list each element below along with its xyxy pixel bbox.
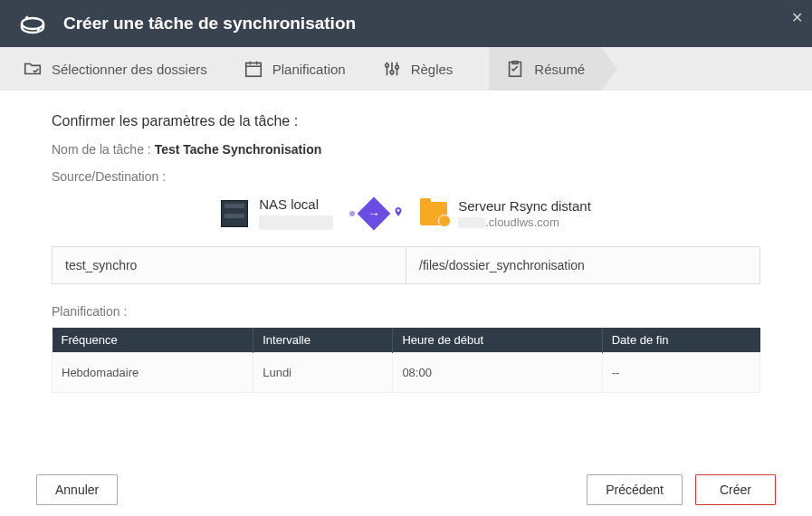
nas-local-title: NAS local [259,196,333,212]
host-suffix: .cloudlws.com [485,215,559,229]
cell-interval: Lundi [253,353,393,393]
svg-point-4 [395,65,398,69]
sync-icon [18,9,47,38]
direction-arrow: → [349,202,404,225]
table-row: Hebdomadaire Lundi 08:00 -- [53,353,760,393]
host-prefix-redacted [458,217,485,228]
step-rules[interactable]: Règles [382,59,454,79]
calendar-icon [244,59,263,79]
page-title: Créer une tâche de synchronisation [63,14,356,33]
footer: Annuler Précédent Créer [0,474,812,505]
sliders-icon [382,59,402,79]
step-summary[interactable]: Résumé [489,47,601,91]
step-label: Planification [272,62,346,77]
step-label: Règles [411,62,454,77]
pin-icon [393,205,404,222]
confirm-heading: Confirmer les paramètres de la tâche : [52,113,760,129]
task-name-value: Test Tache Synchronisation [155,142,322,157]
col-end: Date de fin [602,328,759,353]
wizard-steps: Sélectionner des dossiers Planification … [0,47,812,91]
create-button[interactable]: Créer [695,474,776,505]
summary-content: Confirmer les paramètres de la tâche : N… [0,91,812,416]
rsync-host: .cloudlws.com [458,215,591,229]
cell-start: 08:00 [393,353,602,393]
step-label: Résumé [534,62,585,77]
folder-icon [23,59,43,79]
clipboard-check-icon [505,59,525,79]
step-select-folders[interactable]: Sélectionner des dossiers [23,59,207,79]
cancel-button[interactable]: Annuler [36,474,118,505]
dest-path-cell: /files/dossier_synchronisation [406,247,759,283]
source-dest-label: Source/Destination : [52,169,760,184]
source-dest-row: NAS local → Serveur Rsync distant .cloud… [52,196,760,230]
titlebar: Créer une tâche de synchronisation ✕ [0,0,812,47]
svg-point-2 [385,64,388,68]
table-header-row: Fréquence Intervalle Heure de début Date… [53,328,760,353]
dot-icon [349,211,355,216]
step-planification[interactable]: Planification [244,59,346,79]
cell-frequency: Hebdomadaire [53,353,253,393]
task-name-label: Nom de la tâche : [52,142,151,157]
step-label: Sélectionner des dossiers [52,62,207,77]
nas-name-redacted [259,215,333,230]
svg-point-0 [22,18,43,29]
rsync-folder-icon [420,202,447,225]
svg-rect-1 [246,63,262,77]
cell-end: -- [602,353,759,393]
schedule-table: Fréquence Intervalle Heure de début Date… [52,328,760,393]
nas-device-icon [221,200,248,227]
nas-local-box: NAS local [221,196,333,230]
rsync-server-box: Serveur Rsync distant .cloudlws.com [420,198,591,229]
task-name-line: Nom de la tâche : Test Tache Synchronisa… [52,142,760,157]
arrow-icon: → [358,196,391,230]
col-start: Heure de début [393,328,602,353]
col-frequency: Fréquence [53,328,253,353]
source-path-cell: test_synchro [53,247,406,283]
svg-point-3 [390,71,394,74]
previous-button[interactable]: Précédent [587,474,683,505]
planification-label: Planification : [52,304,760,319]
rsync-server-title: Serveur Rsync distant [458,198,591,214]
path-table: test_synchro /files/dossier_synchronisat… [52,246,760,284]
close-icon[interactable]: ✕ [791,9,803,26]
col-interval: Intervalle [253,328,393,353]
